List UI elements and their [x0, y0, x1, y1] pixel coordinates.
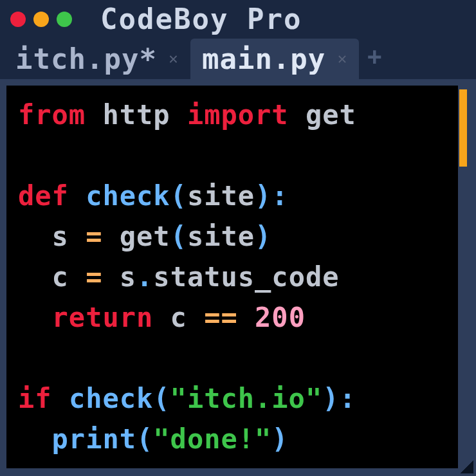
- code-token: ): [322, 383, 339, 414]
- code-line[interactable]: return c == 200: [18, 297, 446, 338]
- code-token: check: [69, 383, 153, 414]
- code-token: [238, 302, 255, 333]
- code-token: ): [255, 180, 271, 212]
- resize-handle-icon[interactable]: [461, 461, 473, 473]
- tab-bar: itch.py* ✕ main.py ✕ +: [0, 39, 476, 79]
- window-title: CodeBoy Pro: [100, 3, 302, 35]
- code-line[interactable]: [18, 338, 446, 378]
- code-token: site: [187, 180, 255, 212]
- code-token: if: [18, 383, 52, 414]
- code-token: [18, 423, 52, 455]
- code-token: ): [271, 423, 288, 455]
- code-token: [102, 261, 119, 293]
- code-token: from: [18, 99, 86, 131]
- code-token: [102, 221, 119, 252]
- code-token: site: [187, 221, 255, 252]
- close-window-button[interactable]: [10, 12, 26, 27]
- code-token: [69, 221, 86, 252]
- code-token: .: [136, 261, 153, 293]
- code-line[interactable]: from http import get: [18, 95, 446, 135]
- tab-main-py[interactable]: main.py ✕: [190, 39, 359, 79]
- code-line[interactable]: def check(site):: [18, 176, 446, 216]
- code-token: def: [18, 180, 69, 212]
- traffic-lights: [10, 12, 72, 27]
- code-token: [18, 221, 52, 252]
- code-token: print: [52, 423, 136, 455]
- code-token: s: [120, 261, 136, 293]
- code-token: status_code: [153, 261, 339, 293]
- code-token: [153, 302, 170, 333]
- titlebar[interactable]: CodeBoy Pro: [0, 0, 476, 39]
- code-line[interactable]: print("done!"): [18, 419, 446, 459]
- minimize-window-button[interactable]: [33, 12, 49, 27]
- code-token: import: [187, 99, 289, 131]
- code-token: http: [102, 99, 170, 131]
- code-token: s: [52, 221, 69, 252]
- code-token: "itch.io": [170, 383, 323, 414]
- code-token: ): [255, 221, 271, 252]
- code-token: [86, 99, 102, 131]
- code-line[interactable]: if check("itch.io"):: [18, 378, 446, 419]
- plus-icon: +: [367, 44, 382, 73]
- close-icon[interactable]: ✕: [166, 51, 181, 66]
- code-token: [187, 302, 204, 333]
- code-token: (: [136, 423, 153, 455]
- editor-wrap: from http import get def check(site): s …: [0, 79, 476, 476]
- zoom-window-button[interactable]: [57, 12, 72, 27]
- scrollbar-thumb[interactable]: [459, 89, 467, 167]
- tab-label: main.py: [202, 42, 325, 75]
- add-tab-button[interactable]: +: [359, 39, 390, 79]
- scrollbar-track[interactable]: [458, 86, 468, 468]
- code-token: [170, 99, 187, 131]
- code-line[interactable]: [18, 135, 446, 176]
- code-token: get: [306, 99, 356, 131]
- code-token: c: [170, 302, 187, 333]
- code-token: :: [339, 383, 356, 414]
- code-token: 200: [255, 302, 306, 333]
- tab-itch-py[interactable]: itch.py* ✕: [4, 39, 190, 79]
- code-token: ==: [204, 302, 238, 333]
- code-token: check: [86, 180, 170, 212]
- code-token: [18, 302, 52, 333]
- code-token: [289, 99, 306, 131]
- code-token: (: [153, 383, 170, 414]
- code-token: =: [86, 261, 102, 293]
- code-token: [18, 261, 52, 293]
- code-token: (: [170, 180, 187, 212]
- app-window: CodeBoy Pro itch.py* ✕ main.py ✕ + from …: [0, 0, 476, 476]
- code-token: c: [52, 261, 69, 293]
- code-token: :: [271, 180, 288, 212]
- code-token: (: [170, 221, 187, 252]
- code-token: [52, 383, 69, 414]
- code-line[interactable]: c = s.status_code: [18, 257, 446, 297]
- code-line[interactable]: s = get(site): [18, 216, 446, 257]
- code-token: [69, 261, 86, 293]
- code-token: "done!": [153, 423, 271, 455]
- tab-label: itch.py*: [15, 42, 157, 75]
- code-token: return: [52, 302, 154, 333]
- code-token: get: [120, 221, 170, 252]
- close-icon[interactable]: ✕: [334, 51, 350, 66]
- code-editor[interactable]: from http import get def check(site): s …: [6, 86, 458, 468]
- code-token: [69, 180, 86, 212]
- code-token: =: [86, 221, 102, 252]
